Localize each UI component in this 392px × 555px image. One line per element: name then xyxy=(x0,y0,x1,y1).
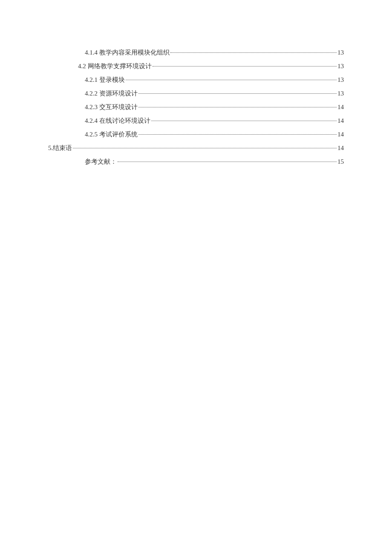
toc-leader-dots xyxy=(138,107,337,107)
toc-leader-dots xyxy=(126,80,337,80)
toc-leader-dots xyxy=(73,148,337,148)
toc-entry-label: 参考文献： xyxy=(85,156,117,167)
toc-entry-page: 14 xyxy=(337,116,344,126)
toc-entry: 4.2.4 在线讨论环境设计14 xyxy=(48,116,344,126)
toc-entry-label: 4.2.5 考试评价系统 xyxy=(85,129,138,139)
document-page: 4.1.4 教学内容采用模块化组织134.2 网络教学支撑环境设计134.2.1… xyxy=(0,0,392,167)
toc-entry: 4.2.2 资源环境设计13 xyxy=(48,88,344,98)
toc-entry-label: 4.2.3 交互环境设计 xyxy=(85,102,138,112)
toc-entry-page: 15 xyxy=(337,156,344,167)
toc-leader-dots xyxy=(153,66,337,66)
toc-entry: 5.结束语14 xyxy=(48,143,344,153)
toc-entry-page: 13 xyxy=(337,88,344,98)
toc-leader-dots xyxy=(170,52,337,53)
toc-entry: 4.1.4 教学内容采用模块化组织13 xyxy=(48,47,344,58)
toc-entry-label: 4.2.4 在线讨论环境设计 xyxy=(85,116,150,126)
toc-entry-page: 13 xyxy=(337,61,344,71)
toc-leader-dots xyxy=(138,134,337,135)
toc-entry-page: 13 xyxy=(337,75,344,85)
toc-leader-dots xyxy=(138,93,337,94)
toc-entry-page: 14 xyxy=(337,102,344,112)
toc-entry-label: 4.2.2 资源环境设计 xyxy=(85,88,138,98)
toc-entry-label: 4.2.1 登录模块 xyxy=(85,75,125,85)
toc-entry: 4.2 网络教学支撑环境设计13 xyxy=(48,61,344,71)
toc-entry: 4.2.5 考试评价系统14 xyxy=(48,129,344,139)
toc-leader-dots xyxy=(118,162,337,162)
toc-entry-page: 13 xyxy=(337,47,344,58)
toc-entry-page: 14 xyxy=(337,143,344,153)
toc-entry-page: 14 xyxy=(337,129,344,139)
toc-entry: 4.2.1 登录模块13 xyxy=(48,75,344,85)
toc-entry-label: 4.2 网络教学支撑环境设计 xyxy=(78,61,152,71)
toc-entry: 4.2.3 交互环境设计14 xyxy=(48,102,344,112)
toc-leader-dots xyxy=(151,121,337,121)
toc-entry-label: 4.1.4 教学内容采用模块化组织 xyxy=(85,47,170,58)
table-of-contents: 4.1.4 教学内容采用模块化组织134.2 网络教学支撑环境设计134.2.1… xyxy=(48,47,344,167)
toc-entry-label: 5.结束语 xyxy=(48,143,72,153)
toc-entry: 参考文献：15 xyxy=(48,156,344,167)
